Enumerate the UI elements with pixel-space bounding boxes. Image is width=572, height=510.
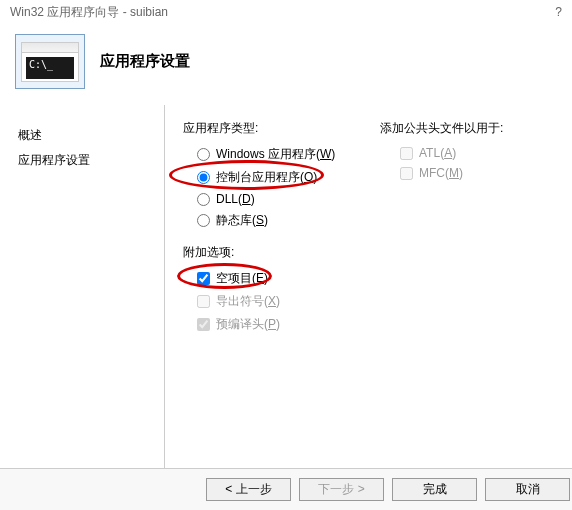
check-export-symbols-input	[197, 295, 210, 308]
footer: < 上一步 下一步 > 完成 取消	[0, 468, 572, 510]
title-bar: Win32 应用程序向导 - suibian ?	[0, 0, 572, 24]
sidebar-item-app-settings[interactable]: 应用程序设置	[18, 148, 165, 173]
check-empty-project[interactable]: 空项目(E)	[183, 267, 554, 290]
prev-button[interactable]: < 上一步	[206, 478, 291, 501]
next-button: 下一步 >	[299, 478, 384, 501]
body: 概述 应用程序设置 应用程序类型: Windows 应用程序(W) 控制台应用程…	[0, 105, 572, 485]
wizard-icon: C:\_	[15, 34, 85, 89]
radio-dll-input[interactable]	[197, 193, 210, 206]
check-atl: ATL(A)	[380, 143, 503, 163]
console-prompt-icon: C:\_	[26, 57, 74, 79]
check-mfc-input	[400, 167, 413, 180]
header: C:\_ 应用程序设置	[0, 24, 572, 105]
check-mfc: MFC(M)	[380, 163, 503, 183]
help-icon[interactable]: ?	[555, 5, 562, 19]
main-panel: 应用程序类型: Windows 应用程序(W) 控制台应用程序(O) DLL(D…	[165, 105, 572, 485]
radio-console-app-input[interactable]	[197, 171, 210, 184]
sidebar-item-overview[interactable]: 概述	[18, 123, 165, 148]
check-precompiled-header: 预编译头(P)	[183, 313, 554, 336]
page-title: 应用程序设置	[100, 52, 190, 71]
check-atl-input	[400, 147, 413, 160]
cancel-button[interactable]: 取消	[485, 478, 570, 501]
check-export-symbols: 导出符号(X)	[183, 290, 554, 313]
finish-button[interactable]: 完成	[392, 478, 477, 501]
window-title: Win32 应用程序向导 - suibian	[10, 4, 168, 21]
common-headers-label: 添加公共头文件以用于:	[380, 120, 503, 137]
radio-static-lib[interactable]: 静态库(S)	[183, 209, 554, 232]
radio-dll[interactable]: DLL(D)	[183, 189, 554, 209]
radio-windows-app-input[interactable]	[197, 148, 210, 161]
check-precompiled-header-input	[197, 318, 210, 331]
common-headers-group: 添加公共头文件以用于: ATL(A) MFC(M)	[380, 120, 503, 183]
check-empty-project-input[interactable]	[197, 272, 210, 285]
radio-static-lib-input[interactable]	[197, 214, 210, 227]
sidebar: 概述 应用程序设置	[0, 105, 165, 485]
extra-options-label: 附加选项:	[183, 244, 554, 261]
